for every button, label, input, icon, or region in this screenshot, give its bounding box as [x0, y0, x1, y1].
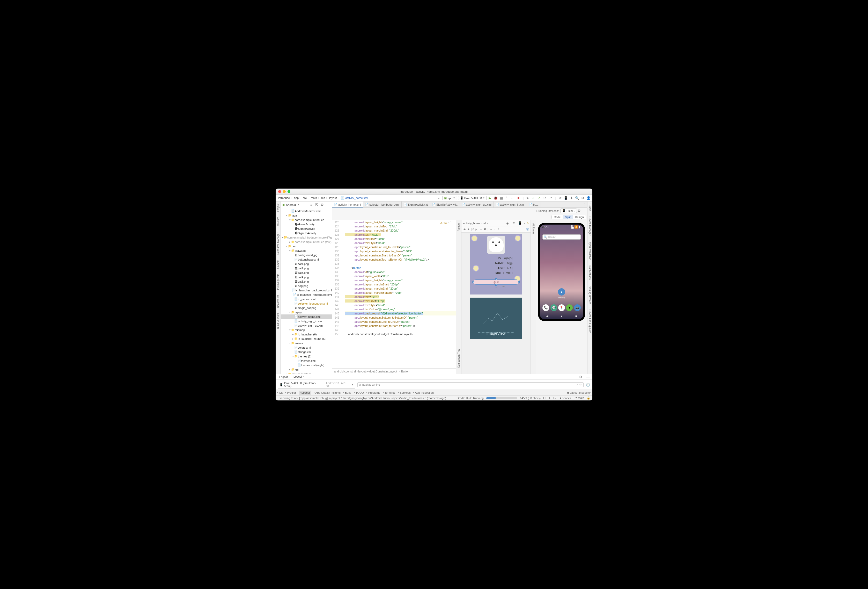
indent[interactable]: 4 spaces [560, 397, 571, 400]
hide-icon[interactable]: — [326, 203, 330, 207]
clear-icon[interactable]: ✖ [484, 228, 486, 231]
tree-item[interactable]: ▾📁drawable [281, 249, 332, 253]
view-code[interactable]: Code [552, 215, 563, 219]
crumb-activity_home.xml[interactable]: 📄 activity_home.xml [340, 196, 369, 200]
collapse-icon[interactable]: ⇱ [314, 203, 319, 207]
tree-item[interactable]: 📄AndroidManifest.xml [281, 209, 332, 213]
avd-icon[interactable]: 📱 [563, 196, 568, 200]
bottom-tab-profiler[interactable]: ▪ Profiler [285, 391, 296, 394]
toolwindow-gradle[interactable]: Gradle [589, 203, 591, 212]
toolwindow-notifications[interactable]: Notifications [589, 265, 591, 281]
tree-item[interactable]: 🖼background.jpg [281, 253, 332, 257]
editor-tab[interactable]: 📄activity_sign_up.xml [460, 201, 494, 207]
nav-recents-icon[interactable]: ■ [575, 314, 577, 318]
lock-icon[interactable]: 🔒 [587, 396, 590, 400]
hide-icon[interactable]: — [582, 209, 586, 213]
debug-icon[interactable]: 🐞 [493, 196, 498, 200]
tree-item[interactable]: 📄activity_home.xml [281, 314, 332, 319]
tree-item[interactable]: 📄themes.xml (night) [281, 363, 332, 367]
editor-tab[interactable]: 📄activity_sign_in.xml [494, 201, 527, 207]
phone-app-icon[interactable]: 📞 [542, 304, 549, 311]
settings-icon[interactable]: ⚙ [577, 209, 582, 213]
tree-item[interactable]: 🖼cat1.png [281, 262, 332, 266]
surface-icon[interactable]: ◈ [505, 221, 510, 226]
device-selector[interactable]: 📱Pixel 5 API 30▼ [458, 196, 487, 200]
editor-tab[interactable]: 📄bu... [527, 201, 541, 207]
eye-icon[interactable]: 👁 [463, 228, 466, 231]
toolwindow-structure[interactable]: Structure [277, 216, 279, 228]
tree-item[interactable]: ▾📁mipmap [281, 328, 332, 332]
editor-tab[interactable]: 📄SignInActivity.kt [402, 201, 430, 207]
target-icon[interactable]: ⊕ [309, 203, 313, 207]
imageview-placeholder[interactable]: ImageView [470, 297, 522, 339]
bottom-tab-services[interactable]: ▪ Services [398, 391, 411, 394]
editor-tab[interactable]: 📄selector_iconbutton.xml [363, 201, 402, 207]
toolwindow-device-file-explorer[interactable]: Device File Explorer [589, 308, 591, 334]
run-config-selector[interactable]: ▣app▼ [442, 196, 457, 200]
tree-item[interactable]: 📄colors.xml [281, 345, 332, 350]
user-icon[interactable]: 👤 [586, 196, 591, 200]
messages-app-icon[interactable]: 💬 [551, 304, 557, 311]
running-device-selector[interactable]: 📱Pixel... [560, 209, 577, 213]
tree-item[interactable]: 📄themes.xml [281, 358, 332, 363]
guideline-icon[interactable]: ⫞ [494, 228, 496, 231]
bottom-tab-logcat[interactable]: ▪ Logcat [299, 391, 311, 395]
attach-icon[interactable]: ⋯ [510, 196, 515, 200]
search-icon[interactable]: 🔍 [575, 196, 579, 200]
attributes-tab[interactable]: Attributes [532, 222, 535, 235]
tree-item[interactable]: 📄strings.xml [281, 350, 332, 354]
toolwindow-device-manager[interactable]: Device Manager [589, 216, 591, 237]
back-icon[interactable]: ← [437, 196, 441, 200]
logcat-tab-2[interactable]: Logcat × [292, 374, 306, 379]
dp-selector[interactable]: 0dp [471, 228, 478, 231]
tree-item[interactable]: ▸📁xml [281, 367, 332, 372]
nav-back-icon[interactable]: ◀ [546, 314, 548, 318]
sync-icon[interactable]: ⟳ [558, 196, 562, 200]
tree-item[interactable]: 🖼cat4.png [281, 275, 332, 279]
tree-item[interactable]: ▾📁res [281, 244, 332, 249]
toolwindow-resource-manager[interactable]: Resource Manager [277, 232, 279, 256]
tree-item[interactable]: 🖼dog.png [281, 284, 332, 288]
phone-icon[interactable]: 📱 [518, 221, 522, 226]
tree-item[interactable]: ▾📁com.example.introduce [281, 218, 332, 222]
git-push-icon[interactable]: ↗ [537, 196, 542, 200]
crumb-Introduce[interactable]: Introduce [277, 196, 291, 200]
tree-item[interactable]: 🖼cat5.png [281, 279, 332, 284]
tree-item[interactable]: 📄ic_person.xml [281, 297, 332, 301]
magic-icon[interactable]: ✧ [480, 228, 482, 231]
tree-item[interactable]: ▸📁com.example.introduce (test) [281, 240, 332, 244]
bottom-tab-todo[interactable]: ▪ TODO [354, 391, 364, 394]
tree-item[interactable]: 📄selector_iconbutton.xml [281, 301, 332, 306]
tree-item[interactable]: ▸📁ic_launcher_round (6) [281, 336, 332, 341]
bottom-tab-git[interactable]: ▪ Git [277, 391, 283, 394]
nav-home-icon[interactable]: ● [561, 314, 562, 318]
align-icon[interactable]: ⫟ [490, 228, 493, 231]
line-separator[interactable]: LF [543, 397, 546, 400]
bottom-tab-app-quality-insights[interactable]: ▪ App Quality Insights [314, 391, 341, 394]
tree-item[interactable]: ▾📁themes (2) [281, 354, 332, 358]
tree-item[interactable]: ▾📁java [281, 213, 332, 218]
tree-item[interactable]: 🖼cat3.png [281, 271, 332, 275]
tree-item[interactable]: 📄ic_launcher_foreground.xml [281, 292, 332, 297]
stop-icon[interactable]: ■ [516, 196, 521, 200]
cursor-position[interactable]: 145:9 (50 chars) [520, 397, 540, 400]
git-history-icon[interactable]: ⟳ [542, 196, 547, 200]
add-tab-icon[interactable]: ＋ [309, 375, 311, 379]
view-split[interactable]: Split [563, 215, 573, 219]
bottom-tab-app-inspection[interactable]: ▪ App Inspection [413, 391, 434, 394]
toolwindow-pull-requests[interactable]: Pull Requests [277, 273, 279, 291]
tree-item[interactable]: ▸📁res (generated) [281, 372, 332, 374]
toolwindow-bookmarks[interactable]: Bookmarks [277, 294, 279, 309]
crumb-app[interactable]: app [293, 196, 300, 200]
tree-item[interactable]: 🖼singin_cat.png [281, 306, 332, 310]
camera-app-icon[interactable]: 📷 [574, 304, 581, 311]
editor-tab[interactable]: 📄SignUpActivity.kt [430, 201, 460, 207]
component-tree-tab[interactable]: Component Tree [457, 348, 460, 369]
tree-item[interactable]: 🅒HomeActivity [281, 222, 332, 226]
toolwindow-commit[interactable]: Commit [277, 259, 279, 269]
logcat-settings-icon[interactable]: ⚙ [579, 374, 583, 379]
crumb-main[interactable]: main [310, 196, 318, 200]
gear-icon[interactable]: ⚙ [320, 203, 325, 207]
design-preview[interactable]: ID :아이디 NAME :이름 AGE :나이 MBTI :MBTI 종료 [470, 234, 522, 294]
tree-item[interactable]: 📄buttonshape.xml [281, 257, 332, 262]
